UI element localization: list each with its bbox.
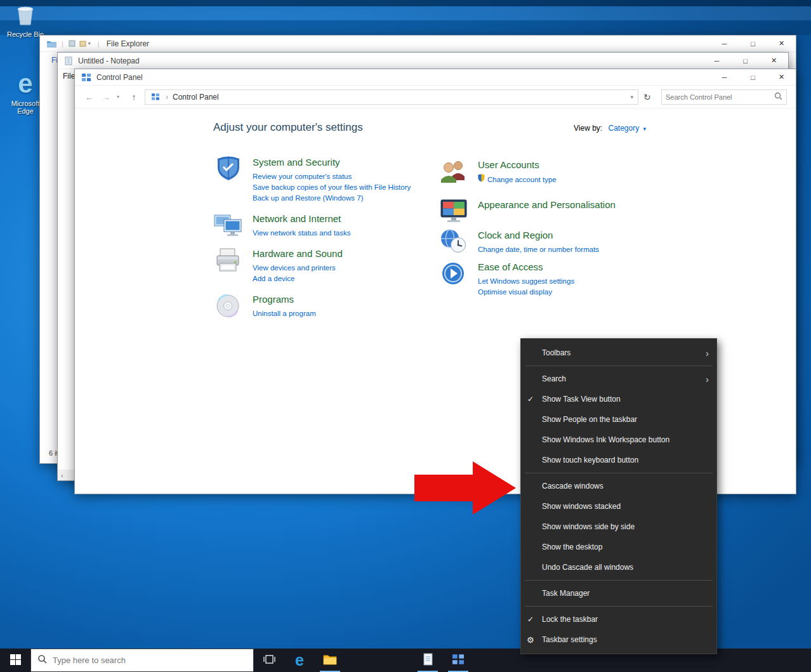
separator: | bbox=[98, 40, 100, 48]
category-link[interactable]: View network status and tasks bbox=[253, 228, 350, 239]
maximize-button[interactable]: □ bbox=[731, 53, 760, 69]
category-title[interactable]: Appearance and Personalisation bbox=[478, 199, 616, 211]
menu-item-label: Show windows stacked bbox=[542, 502, 621, 511]
notepad-taskbar-button[interactable] bbox=[412, 649, 443, 672]
task-view-button[interactable] bbox=[254, 649, 284, 672]
category-link[interactable]: Let Windows suggest settings bbox=[478, 276, 574, 287]
menu-item-toolbars[interactable]: Toolbars › bbox=[521, 343, 716, 363]
menu-item-show-windows-stacked[interactable]: Show windows stacked bbox=[521, 496, 716, 517]
category-title[interactable]: Network and Internet bbox=[253, 213, 350, 225]
new-folder-icon[interactable] bbox=[79, 40, 86, 47]
file-explorer-titlebar[interactable]: | ▾ | File Explorer ─ □ ✕ bbox=[40, 36, 796, 52]
category-link[interactable]: View devices and printers bbox=[253, 263, 336, 273]
file-menu[interactable]: File bbox=[63, 72, 75, 81]
control-panel-icon bbox=[82, 74, 91, 81]
category-programs: Programs Uninstall a program bbox=[213, 294, 432, 319]
page-title: Adjust your computer's settings bbox=[213, 121, 363, 134]
minimize-button[interactable]: ─ bbox=[710, 69, 739, 85]
close-button[interactable]: ✕ bbox=[767, 69, 796, 85]
menu-item-show-windows-side-by-side[interactable]: Show windows side by side bbox=[521, 517, 716, 537]
search-input[interactable] bbox=[666, 93, 774, 101]
taskbar-search-box[interactable] bbox=[30, 649, 254, 672]
control-panel-titlebar[interactable]: Control Panel ─ □ ✕ bbox=[75, 69, 796, 86]
address-bar[interactable]: › Control Panel ▾ bbox=[145, 89, 638, 105]
red-arrow-annotation bbox=[414, 460, 517, 516]
control-panel-taskbar-button[interactable] bbox=[443, 649, 473, 672]
submenu-chevron-icon: › bbox=[706, 374, 709, 385]
category-link[interactable]: Back up and Restore (Windows 7) bbox=[253, 193, 364, 204]
menu-item-show-the-desktop[interactable]: Show the desktop bbox=[521, 537, 716, 557]
menu-item-show-ink-workspace[interactable]: Show Windows Ink Workspace button bbox=[521, 430, 716, 450]
maximize-button[interactable]: □ bbox=[739, 36, 767, 51]
category-link[interactable]: Review your computer's status bbox=[253, 171, 352, 182]
category-link[interactable]: Uninstall a program bbox=[253, 308, 316, 319]
network-monitors-icon bbox=[213, 212, 244, 239]
folder-icon bbox=[47, 40, 56, 48]
maximize-button[interactable]: □ bbox=[739, 69, 767, 85]
menu-item-show-touch-keyboard[interactable]: Show touch keyboard button bbox=[521, 450, 716, 470]
minimize-button[interactable]: ─ bbox=[710, 36, 739, 51]
menu-item-search[interactable]: Search › bbox=[521, 369, 716, 389]
search-icon bbox=[774, 92, 782, 102]
notepad-titlebar[interactable]: Untitled - Notepad ─ □ ✕ bbox=[58, 53, 788, 69]
category-link[interactable]: Optimise visual display bbox=[478, 287, 552, 298]
category-link[interactable]: Change date, time or number formats bbox=[478, 244, 599, 255]
file-explorer-taskbar-button[interactable] bbox=[315, 649, 345, 672]
scroll-left-icon[interactable]: ‹ bbox=[61, 471, 63, 479]
category-title[interactable]: Programs bbox=[253, 294, 316, 305]
window-title: Control Panel bbox=[96, 73, 143, 82]
customize-quick-access-icon[interactable]: ▾ bbox=[88, 41, 95, 46]
forward-button[interactable]: → bbox=[100, 92, 112, 102]
category-title[interactable]: User Accounts bbox=[478, 159, 557, 171]
recent-pages-dropdown-icon[interactable]: ▾ bbox=[117, 94, 123, 100]
shield-icon bbox=[213, 155, 244, 182]
desktop-icon-label: Recycle Bin bbox=[7, 30, 44, 38]
notepad-icon bbox=[65, 56, 72, 65]
uac-shield-icon bbox=[478, 174, 485, 185]
breadcrumb[interactable]: Control Panel bbox=[173, 93, 219, 102]
menu-item-lock-the-taskbar[interactable]: ✓ Lock the taskbar bbox=[521, 609, 716, 629]
category-title[interactable]: Ease of Access bbox=[478, 261, 574, 273]
taskbar-search-input[interactable] bbox=[53, 656, 247, 665]
menu-item-label: Show Windows Ink Workspace button bbox=[542, 435, 669, 444]
view-by-control: View by: Category ▾ bbox=[574, 124, 646, 133]
menu-item-cascade-windows[interactable]: Cascade windows bbox=[521, 476, 716, 496]
submenu-chevron-icon: › bbox=[706, 348, 709, 359]
recycle-bin-icon bbox=[5, 3, 46, 29]
properties-icon[interactable] bbox=[69, 40, 76, 47]
desktop-icon-label: Microsoft Edge bbox=[11, 100, 40, 115]
category-title[interactable]: System and Security bbox=[253, 157, 411, 168]
refresh-icon[interactable]: ↻ bbox=[643, 92, 656, 102]
back-button[interactable]: ← bbox=[84, 92, 95, 102]
navigation-bar: ← → ▾ ↑ › Control Panel ▾ ↻ bbox=[75, 86, 796, 109]
category-hardware-and-sound: Hardware and Sound View devices and prin… bbox=[213, 248, 432, 284]
chevron-down-icon[interactable]: ▾ bbox=[643, 126, 647, 132]
category-link[interactable]: Change account type bbox=[487, 175, 557, 185]
control-panel-icon bbox=[452, 654, 464, 666]
address-dropdown-icon[interactable]: ▾ bbox=[630, 94, 633, 100]
printer-icon bbox=[213, 247, 244, 273]
category-link[interactable]: Add a device bbox=[253, 273, 295, 284]
menu-item-taskbar-settings[interactable]: ⚙ Taskbar settings bbox=[521, 629, 716, 650]
close-button[interactable]: ✕ bbox=[767, 36, 796, 51]
menu-item-show-people[interactable]: Show People on the taskbar bbox=[521, 409, 716, 430]
up-button[interactable]: ↑ bbox=[128, 92, 140, 102]
close-button[interactable]: ✕ bbox=[760, 53, 788, 69]
check-icon: ✓ bbox=[527, 395, 534, 404]
category-title[interactable]: Hardware and Sound bbox=[253, 248, 343, 260]
wallpaper-band bbox=[0, 6, 811, 20]
control-panel-search-box[interactable] bbox=[661, 89, 787, 105]
category-user-accounts: User Accounts Change account type bbox=[438, 159, 711, 185]
menu-item-show-task-view-button[interactable]: ✓ Show Task View button bbox=[521, 389, 716, 409]
minimize-button[interactable]: ─ bbox=[702, 53, 731, 69]
desktop-icon-recycle-bin[interactable]: Recycle Bin bbox=[5, 3, 46, 38]
start-button[interactable] bbox=[0, 649, 30, 672]
edge-taskbar-button[interactable]: e bbox=[284, 649, 315, 672]
menu-item-undo-cascade[interactable]: Undo Cascade all windows bbox=[521, 557, 716, 577]
category-title[interactable]: Clock and Region bbox=[478, 230, 599, 241]
menu-item-task-manager[interactable]: Task Manager bbox=[521, 583, 716, 603]
category-clock-and-region: Clock and Region Change date, time or nu… bbox=[438, 230, 711, 255]
menu-separator bbox=[525, 580, 713, 581]
category-link[interactable]: Save backup copies of your files with Fi… bbox=[253, 182, 411, 193]
view-by-dropdown[interactable]: Category bbox=[608, 124, 639, 133]
